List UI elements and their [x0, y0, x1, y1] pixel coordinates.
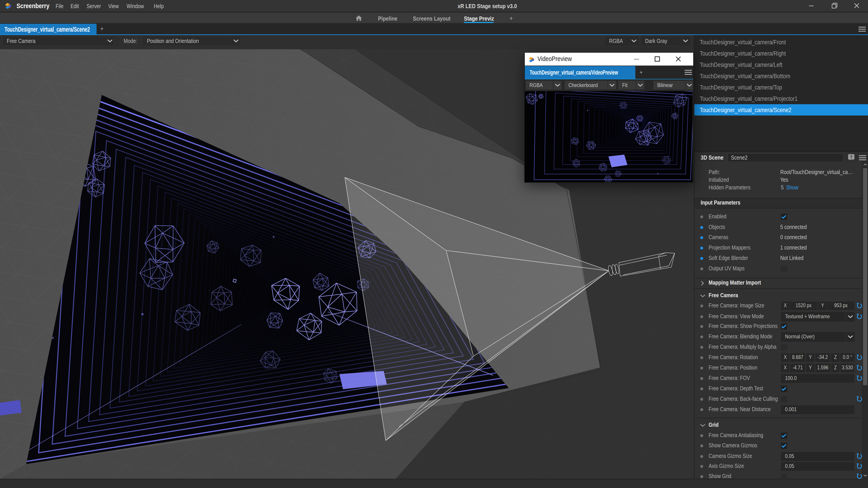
svg-text:?: ?	[850, 155, 852, 159]
